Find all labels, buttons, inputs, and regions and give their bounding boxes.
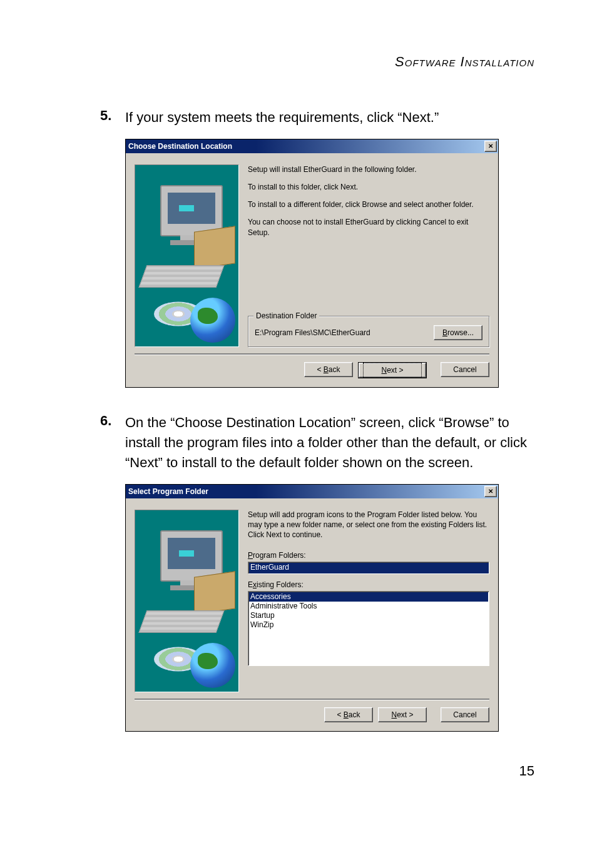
keyboard-icon [138,265,224,288]
page-number: 15 [63,763,534,779]
back-label: < Back [317,365,340,374]
cancel-label: Cancel [453,710,476,719]
globe-icon [190,643,235,688]
destination-row: E:\Program Files\SMC\EtherGuard Browse..… [255,325,482,340]
section-header: Software Installation [63,54,534,70]
dialog-text-1: Setup will add program icons to the Prog… [248,510,489,540]
back-button[interactable]: < Back [304,362,353,377]
cancel-button[interactable]: Cancel [441,707,489,722]
destination-folder-group: Destination Folder E:\Program Files\SMC\… [248,316,489,347]
list-item[interactable]: Administrative Tools [249,602,488,611]
button-row: < Back Next > Cancel [126,707,498,731]
dialog-text-2: To install to this folder, click Next. [248,182,489,192]
divider [135,353,489,355]
step-5: 5. If your system meets the requirements… [100,108,534,128]
program-folders-label: Program Folders: [248,551,489,560]
box-icon [194,571,235,614]
dialog-content: Setup will install EtherGuard in the fol… [239,164,489,347]
step-number: 5. [100,108,125,128]
existing-folders-label: Existing Folders: [248,580,489,589]
groupbox-label: Destination Folder [253,311,319,320]
dialog-choose-destination: Choose Destination Location ✕ Setup will… [125,139,499,388]
browse-label: Browse... [442,328,474,337]
titlebar: Select Program Folder ✕ [126,485,498,498]
existing-folders-listbox[interactable]: Accessories Administrative Tools Startup… [248,591,489,666]
installer-graphic [135,510,239,692]
dialog-select-program-folder: Select Program Folder ✕ Setup will add p… [125,484,499,732]
program-folders-input[interactable]: EtherGuard [248,562,489,574]
installer-graphic [135,164,239,347]
titlebar-text: Choose Destination Location [128,142,484,151]
cancel-label: Cancel [453,365,476,374]
cancel-button[interactable]: Cancel [441,362,489,377]
next-label: Next > [391,710,413,719]
close-icon[interactable]: ✕ [484,486,497,497]
step-text: If your system meets the requirements, c… [125,108,439,128]
titlebar-text: Select Program Folder [128,487,484,496]
list-item[interactable]: Startup [249,611,488,620]
destination-path: E:\Program Files\SMC\EtherGuard [255,328,434,337]
titlebar: Choose Destination Location ✕ [126,139,498,153]
dialog-text-3: To install to a different folder, click … [248,199,489,209]
keyboard-icon [138,610,224,633]
dialog-text-1: Setup will install EtherGuard in the fol… [248,164,489,174]
list-item[interactable]: Accessories [249,592,488,602]
dialog-content: Setup will add program icons to the Prog… [239,510,489,692]
page: Software Installation 5. If your system … [0,0,597,804]
dialog-body: Setup will install EtherGuard in the fol… [126,153,498,353]
back-label: < Back [337,710,360,719]
divider [135,699,489,700]
list-item[interactable]: WinZip [249,620,488,630]
dialog-body: Setup will add program icons to the Prog… [126,498,498,699]
next-label: Next > [363,363,422,378]
browse-button[interactable]: Browse... [434,325,482,340]
dialog-text-4: You can choose not to install EtherGuard… [248,217,489,237]
back-button[interactable]: < Back [324,707,373,722]
step-6: 6. On the “Choose Destination Location” … [100,413,534,473]
button-row: < Back Next > Cancel [126,362,498,387]
globe-icon [190,298,235,343]
box-icon [194,226,235,269]
next-button[interactable]: Next > [358,362,427,378]
next-button[interactable]: Next > [378,707,427,722]
step-text: On the “Choose Destination Location” scr… [125,413,534,473]
step-number: 6. [100,413,125,473]
close-icon[interactable]: ✕ [484,141,497,152]
